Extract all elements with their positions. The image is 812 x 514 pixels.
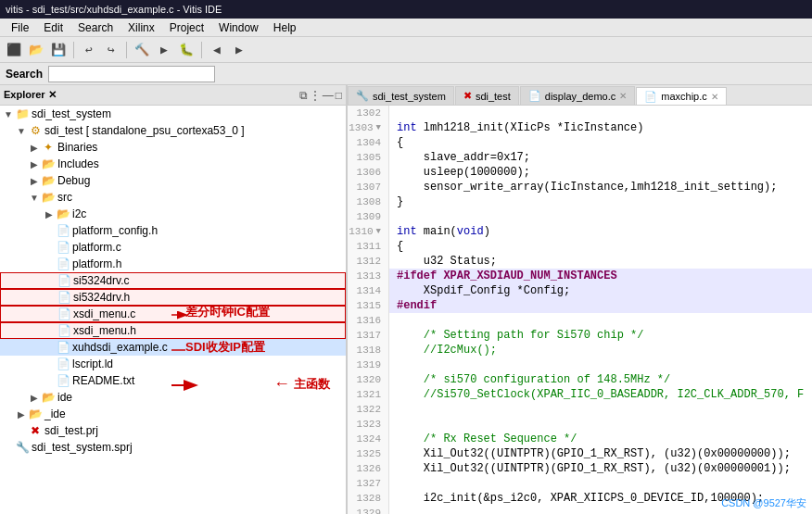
menu-window[interactable]: Window (211, 19, 266, 36)
tree-item-sdi-test-system-sprj[interactable]: 🔧 sdi_test_system.sprj (0, 439, 346, 456)
explorer-minimize-icon[interactable]: — (323, 89, 334, 102)
icon-src: 📂 (41, 191, 56, 204)
line-num-1322: 1322 (348, 402, 389, 417)
tree-item-binaries[interactable]: ▶ ✦ Binaries (0, 139, 346, 156)
toolbar-btn-open[interactable]: 📂 (26, 40, 46, 60)
line-num-1318: 1318 (348, 343, 389, 357)
tree-item-ide[interactable]: ▶ 📂 ide (0, 389, 346, 406)
code-content-1308: } (389, 194, 812, 209)
arrow-binaries: ▶ (28, 143, 41, 153)
search-input[interactable] (48, 66, 215, 82)
toolbar-btn-back[interactable]: ◀ (207, 40, 227, 60)
tab-close-display-demo-c[interactable]: ✕ (619, 91, 627, 101)
label-src: src (57, 191, 72, 204)
icon-xsdi-menu-h: 📄 (57, 324, 71, 337)
tab-maxchip-c[interactable]: 📄 maxchip.c ✕ (636, 87, 727, 106)
line-num-1309: 1309 (348, 209, 389, 224)
toolbar-btn-redo[interactable]: ↪ (101, 40, 121, 60)
icon-includes: 📂 (41, 157, 56, 170)
code-content-1318: //I2cMux(); (389, 343, 812, 357)
code-line-1318: 1318 //I2cMux(); (348, 343, 812, 357)
code-line-1308: 1308 } (348, 194, 812, 209)
tree-item-lscript-ld[interactable]: 📄 lscript.ld (0, 356, 346, 372)
code-line-1307: 1307 sensor_write_array(IicInstance,lmh1… (348, 180, 812, 194)
icon-i2c: 📂 (56, 207, 70, 220)
label-ide: ide (57, 391, 72, 404)
arrow-i2c: ▶ (43, 209, 56, 219)
menu-edit[interactable]: Edit (36, 19, 70, 36)
code-line-1315: 1315 #endif (348, 298, 812, 313)
toolbar-btn-forward[interactable]: ▶ (229, 40, 249, 60)
menu-file[interactable]: File (4, 19, 36, 36)
tab-icon-sdi-test-system: 🔧 (356, 90, 369, 102)
explorer-collapse-icon[interactable]: ⧉ (299, 89, 308, 102)
toolbar-btn-new[interactable]: ⬛ (4, 40, 24, 60)
code-content-1326: Xil_Out32((UINTPTR)(GPIO_1_RX_RST), (u32… (389, 461, 812, 476)
tab-label-sdi-test-system: sdi_test_system (373, 91, 446, 102)
tab-sdi-test[interactable]: ✖ sdi_test (455, 86, 519, 105)
code-editor[interactable]: 1302 1303▼ int lmh1218_init(XIicPs *IicI… (348, 106, 812, 514)
tree-item-xsdi-menu-c[interactable]: 📄 xsdi_menu.c (0, 306, 346, 322)
tabs-bar: 🔧 sdi_test_system ✖ sdi_test 📄 display_d… (348, 85, 812, 106)
menu-help[interactable]: Help (266, 19, 304, 36)
code-content-1320: /* si570 configuration of 148.5MHz */ (389, 372, 812, 387)
toolbar-sep-3 (201, 42, 202, 58)
code-line-1302: 1302 (348, 106, 812, 120)
tree-item-xuhdsdi-example-c[interactable]: 📄 xuhdsdi_example.c (0, 339, 346, 356)
toolbar-btn-run[interactable]: ▶ (154, 40, 174, 60)
tree-item-sdi-test[interactable]: ▼ ⚙ sdi_test [ standalone_psu_cortexa53_… (0, 122, 346, 139)
code-content-1315: #endif (389, 298, 812, 313)
toolbar-btn-undo[interactable]: ↩ (79, 40, 99, 60)
line-num-1311: 1311 (348, 239, 389, 254)
tree-item-platform-h[interactable]: 📄 platform.h (0, 256, 346, 272)
icon-sdi-test-system-sprj: 🔧 (15, 441, 30, 454)
code-line-1323: 1323 (348, 417, 812, 432)
code-line-1321: 1321 //Si570_SetClock(XPAR_IIC_0_BASEADD… (348, 387, 812, 402)
tree-item-si5324drv-h[interactable]: 📄 si5324drv.h (0, 289, 346, 306)
tree-item-src[interactable]: ▼ 📂 src (0, 189, 346, 206)
code-line-1319: 1319 (348, 357, 812, 372)
explorer-menu-icon[interactable]: ⋮ (310, 89, 321, 102)
icon-sdi-test: ⚙ (28, 124, 43, 137)
explorer-header-icons: ⧉ ⋮ — □ (299, 89, 342, 102)
tree-item-platform-c[interactable]: 📄 platform.c (0, 239, 346, 256)
tree-item-debug[interactable]: ▶ 📂 Debug (0, 172, 346, 189)
icon-readme-txt: 📄 (56, 374, 70, 387)
icon-xsdi-menu-c: 📄 (57, 307, 71, 320)
arrow-underscore-ide: ▶ (15, 409, 28, 420)
line-num-1306: 1306 (348, 165, 389, 180)
tree-item-sdi-test-system[interactable]: ▼ 📁 sdi_test_system (0, 106, 346, 122)
code-line-1326: 1326 Xil_Out32((UINTPTR)(GPIO_1_RX_RST),… (348, 461, 812, 476)
tree-item-includes[interactable]: ▶ 📂 Includes (0, 156, 346, 172)
tree-item-sdi-test-prj[interactable]: ✖ sdi_test.prj (0, 422, 346, 439)
line-num-1324: 1324 (348, 432, 389, 446)
tree-item-platform-config-h[interactable]: 📄 platform_config.h (0, 222, 346, 239)
toolbar-btn-build[interactable]: 🔨 (132, 40, 152, 60)
line-num-1313: 1313 (348, 269, 389, 283)
toolbar-btn-save[interactable]: 💾 (48, 40, 69, 60)
file-tree: ▼ 📁 sdi_test_system ▼ ⚙ sdi_test [ stand… (0, 106, 346, 514)
tree-item-xsdi-menu-h[interactable]: 📄 xsdi_menu.h (0, 322, 346, 339)
code-line-1324: 1324 /* Rx Reset Sequence */ (348, 432, 812, 446)
toolbar-btn-debug[interactable]: 🐛 (176, 40, 197, 60)
tree-item-underscore-ide[interactable]: ▶ 📂 _ide (0, 406, 346, 422)
arrow-src: ▼ (28, 193, 41, 203)
tab-close-maxchip-c[interactable]: ✕ (711, 92, 718, 102)
arrow-sdi-test-system: ▼ (2, 109, 15, 119)
tab-label-maxchip-c: maxchip.c (661, 91, 707, 102)
tab-display-demo-c[interactable]: 📄 display_demo.c ✕ (520, 86, 635, 105)
tree-item-si5324drv-c[interactable]: 📄 si5324drv.c (0, 272, 346, 289)
menu-xilinx[interactable]: Xilinx (121, 19, 162, 36)
icon-sdi-test-system: 📁 (15, 107, 30, 120)
explorer-panel: Explorer ✕ ⧉ ⋮ — □ ▼ 📁 sdi_test_system ▼… (0, 85, 348, 514)
arrow-debug: ▶ (28, 176, 41, 186)
tab-sdi-test-system[interactable]: 🔧 sdi_test_system (348, 86, 454, 105)
code-content-1303: int lmh1218_init(XIicPs *IicInstance) (389, 120, 812, 135)
line-num-1328: 1328 (348, 491, 389, 506)
tree-item-i2c[interactable]: ▶ 📂 i2c (0, 206, 346, 222)
menu-search[interactable]: Search (70, 19, 121, 36)
icon-si5324drv-h: 📄 (57, 291, 71, 304)
menu-project[interactable]: Project (162, 19, 211, 36)
explorer-maximize-icon[interactable]: □ (336, 89, 342, 102)
tree-item-readme-txt[interactable]: 📄 README.txt (0, 372, 346, 389)
